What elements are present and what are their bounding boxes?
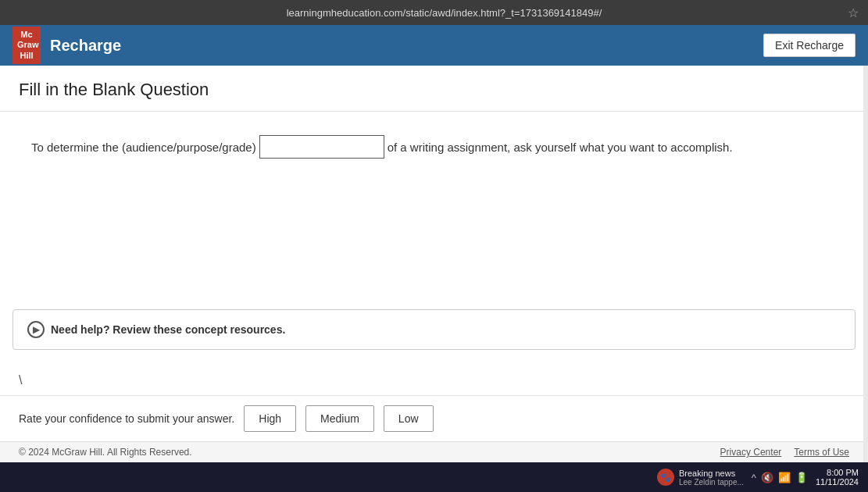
taskbar-time: 8:00 PM 11/11/2024	[816, 468, 859, 487]
header-left: Mc Graw Hill Recharge	[13, 27, 121, 64]
fill-blank-input[interactable]	[259, 135, 384, 159]
backslash-area: \	[0, 365, 868, 395]
volume-icon: 🔇	[761, 472, 773, 483]
taskbar-notification: 🐾 Breaking news Lee Zeldin tappe...	[657, 469, 744, 487]
taskbar-right: 🐾 Breaking news Lee Zeldin tappe... ^ 🔇 …	[657, 468, 859, 487]
browser-bar: learningmheducation.com/static/awd/index…	[0, 0, 868, 25]
mcgraw-hill-logo: Mc Graw Hill	[13, 27, 41, 64]
question-after-text: of a writing assignment, ask yourself wh…	[388, 137, 733, 158]
question-before-text: To determine the (audience/purpose/grade…	[31, 137, 256, 158]
confidence-high-button[interactable]: High	[244, 405, 296, 432]
app-header: Mc Graw Hill Recharge Exit Recharge	[0, 25, 868, 66]
star-icon[interactable]: ☆	[848, 5, 859, 20]
concept-help-section[interactable]: ▶ Need help? Review these concept resour…	[13, 309, 855, 350]
notification-icon: 🐾	[657, 469, 674, 486]
question-text: To determine the (audience/purpose/grade…	[31, 135, 837, 159]
concept-help-text: Need help? Review these concept resource…	[51, 323, 285, 336]
main-content: Fill in the Blank Question To determine …	[0, 66, 868, 462]
exit-recharge-button[interactable]: Exit Recharge	[763, 34, 855, 57]
app-title: Recharge	[50, 37, 121, 55]
browser-url: learningmheducation.com/static/awd/index…	[41, 7, 848, 19]
page-title: Fill in the Blank Question	[19, 80, 209, 100]
bottom-bar-links: Privacy Center Terms of Use	[720, 447, 849, 458]
terms-of-use-link[interactable]: Terms of Use	[794, 447, 849, 458]
privacy-center-link[interactable]: Privacy Center	[720, 447, 782, 458]
notification-text: Breaking news Lee Zeldin tappe...	[679, 469, 744, 487]
confidence-low-button[interactable]: Low	[384, 405, 434, 432]
taskbar-system-icons: ^ 🔇 📶 🔋	[752, 472, 808, 483]
battery-icon: 🔋	[795, 472, 808, 483]
concept-help-icon: ▶	[27, 321, 45, 338]
footer-area: Rate your confidence to submit your answ…	[0, 395, 868, 441]
question-area: To determine the (audience/purpose/grade…	[0, 112, 868, 294]
page-title-bar: Fill in the Blank Question	[0, 66, 868, 112]
taskbar: 🐾 Breaking news Lee Zeldin tappe... ^ 🔇 …	[0, 462, 868, 492]
footer-label: Rate your confidence to submit your answ…	[19, 412, 234, 425]
chevron-up-icon: ^	[752, 472, 756, 483]
copyright-text: © 2024 McGraw Hill. All Rights Reserved.	[19, 447, 192, 458]
wifi-icon: 📶	[778, 472, 791, 483]
concept-help-row: ▶ Need help? Review these concept resour…	[27, 321, 841, 338]
confidence-medium-button[interactable]: Medium	[305, 405, 374, 432]
right-side-bar	[863, 66, 868, 462]
bottom-bar: © 2024 McGraw Hill. All Rights Reserved.…	[0, 441, 868, 462]
